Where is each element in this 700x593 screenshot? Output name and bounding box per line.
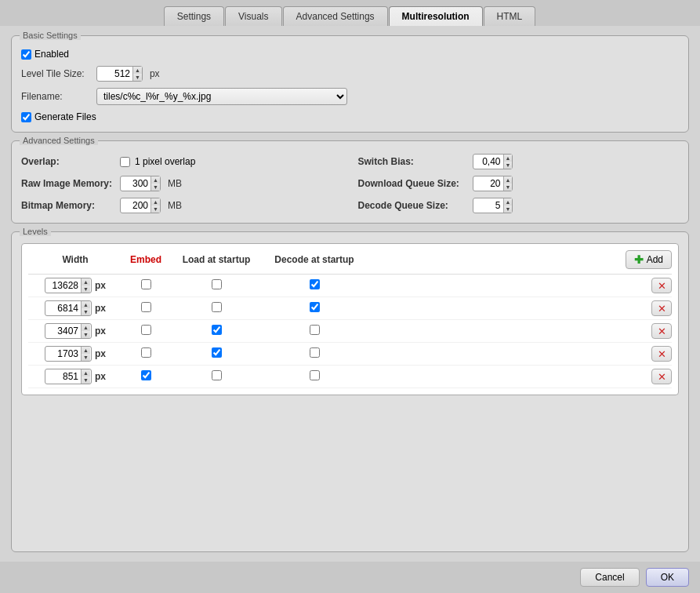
overlap-checkbox[interactable] (120, 157, 130, 167)
level-tile-size-spinner[interactable]: ▲ ▼ (96, 66, 143, 82)
enabled-checkbox[interactable] (21, 49, 31, 60)
download-queue-size-spinner[interactable]: ▲ ▼ (473, 176, 513, 191)
level-tile-size-up[interactable]: ▲ (133, 67, 142, 74)
level-width-up[interactable]: ▲ (82, 347, 90, 354)
level-width-down[interactable]: ▼ (82, 377, 90, 384)
bitmap-memory-item: Bitmap Memory: ▲ ▼ MB (21, 198, 343, 213)
level-width-spinner[interactable]: ▲ ▼ (45, 278, 92, 293)
tab-html[interactable]: HTML (484, 6, 536, 26)
overlap-checkbox-label: 1 pixel overlap (135, 156, 195, 167)
bitmap-memory-spinner[interactable]: ▲ ▼ (120, 198, 161, 213)
level-width-down[interactable]: ▼ (82, 354, 90, 361)
level-width-input[interactable] (45, 347, 81, 361)
enabled-row: Enabled (21, 49, 679, 60)
decode-queue-size-input[interactable] (473, 198, 503, 213)
level-load-cell (169, 279, 263, 292)
decode-queue-size-down[interactable]: ▼ (504, 206, 513, 213)
level-delete-button[interactable]: ✕ (651, 278, 672, 293)
add-level-button[interactable]: ✚ Add (626, 250, 672, 269)
raw-image-memory-down[interactable]: ▼ (151, 184, 160, 191)
level-embed-checkbox[interactable] (141, 279, 151, 289)
level-width-spinner[interactable]: ▲ ▼ (45, 300, 92, 316)
switch-bias-down[interactable]: ▼ (504, 162, 513, 169)
level-width-buttons: ▲ ▼ (81, 369, 90, 384)
switch-bias-label: Switch Bias: (358, 156, 468, 167)
download-queue-size-up[interactable]: ▲ (504, 176, 513, 184)
level-delete-button[interactable]: ✕ (651, 300, 672, 316)
level-load-checkbox[interactable] (212, 325, 222, 335)
level-decode-checkbox[interactable] (310, 325, 320, 335)
level-width-spinner[interactable]: ▲ ▼ (45, 346, 92, 362)
level-width-up[interactable]: ▲ (82, 369, 90, 377)
bitmap-memory-input[interactable] (121, 198, 151, 213)
level-width-input[interactable] (45, 324, 81, 338)
level-decode-checkbox[interactable] (310, 279, 320, 289)
level-load-checkbox[interactable] (212, 347, 222, 358)
bitmap-memory-up[interactable]: ▲ (151, 198, 160, 206)
level-embed-checkbox[interactable] (141, 370, 151, 380)
level-width-cell: ▲ ▼ px (28, 346, 122, 362)
raw-image-memory-spinner[interactable]: ▲ ▼ (120, 176, 161, 191)
level-width-input[interactable] (45, 278, 81, 293)
level-width-unit: px (95, 303, 106, 314)
level-width-up[interactable]: ▲ (82, 301, 90, 308)
level-width-spinner[interactable]: ▲ ▼ (45, 369, 92, 384)
level-load-checkbox[interactable] (212, 302, 222, 312)
advanced-settings-label: Advanced Settings (20, 136, 98, 145)
level-delete-button[interactable]: ✕ (651, 323, 672, 339)
level-embed-checkbox[interactable] (141, 347, 151, 358)
add-icon: ✚ (634, 253, 644, 266)
switch-bias-item: Switch Bias: ▲ ▼ (358, 154, 680, 169)
level-tile-size-down[interactable]: ▼ (133, 74, 142, 81)
generate-files-checkbox[interactable] (21, 112, 31, 122)
level-decode-checkbox[interactable] (310, 347, 320, 358)
ok-button[interactable]: OK (646, 568, 689, 587)
level-load-cell (169, 370, 263, 383)
switch-bias-up[interactable]: ▲ (504, 155, 513, 162)
download-queue-size-down[interactable]: ▼ (504, 184, 513, 191)
level-width-down[interactable]: ▼ (82, 331, 90, 338)
level-delete-button[interactable]: ✕ (651, 346, 672, 362)
level-decode-cell (263, 325, 365, 337)
level-embed-checkbox[interactable] (141, 302, 151, 312)
levels-header: Width Embed Load at startup Decode at st… (28, 250, 672, 275)
level-decode-checkbox[interactable] (310, 302, 320, 312)
col-width-header: Width (28, 254, 122, 265)
level-delete-button[interactable]: ✕ (651, 369, 672, 384)
raw-image-memory-up[interactable]: ▲ (151, 176, 160, 184)
cancel-button[interactable]: Cancel (580, 568, 639, 587)
tab-advanced-settings[interactable]: Advanced Settings (283, 6, 388, 26)
level-width-down[interactable]: ▼ (82, 286, 90, 293)
overlap-item: Overlap: 1 pixel overlap (21, 154, 343, 169)
advanced-settings-grid: Overlap: 1 pixel overlap Switch Bias: ▲ … (21, 154, 679, 213)
decode-queue-size-item: Decode Queue Size: ▲ ▼ (358, 198, 680, 213)
level-width-up[interactable]: ▲ (82, 278, 90, 286)
decode-queue-size-buttons: ▲ ▼ (503, 198, 513, 213)
level-decode-checkbox[interactable] (310, 370, 320, 380)
level-width-down[interactable]: ▼ (82, 308, 90, 315)
levels-panel: Levels Width Embed Load at startup Decod… (11, 231, 689, 552)
level-load-checkbox[interactable] (212, 370, 222, 380)
decode-queue-size-up[interactable]: ▲ (504, 198, 513, 206)
tab-visuals[interactable]: Visuals (225, 6, 281, 26)
level-load-checkbox[interactable] (212, 279, 222, 289)
level-actions-cell: ✕ (365, 369, 672, 384)
level-width-input[interactable] (45, 301, 81, 315)
filename-dropdown[interactable]: tiles/c%c_l%r_%y_%x.jpg (96, 88, 347, 105)
tab-settings[interactable]: Settings (164, 6, 224, 26)
switch-bias-spinner[interactable]: ▲ ▼ (473, 154, 513, 169)
decode-queue-size-spinner[interactable]: ▲ ▼ (473, 198, 513, 213)
bottom-bar: Cancel OK (0, 562, 700, 593)
level-width-spinner[interactable]: ▲ ▼ (45, 323, 92, 339)
tab-multiresolution[interactable]: Multiresolution (389, 6, 483, 26)
basic-settings-label: Basic Settings (20, 31, 81, 40)
level-width-input[interactable] (45, 369, 81, 384)
level-width-up[interactable]: ▲ (82, 324, 90, 331)
level-tile-size-input[interactable] (97, 67, 132, 81)
switch-bias-input[interactable] (473, 155, 503, 169)
download-queue-size-input[interactable] (473, 176, 503, 191)
level-embed-checkbox[interactable] (141, 325, 151, 335)
bitmap-memory-down[interactable]: ▼ (151, 206, 160, 213)
raw-image-memory-input[interactable] (121, 176, 151, 191)
col-actions-header: ✚ Add (365, 250, 672, 269)
